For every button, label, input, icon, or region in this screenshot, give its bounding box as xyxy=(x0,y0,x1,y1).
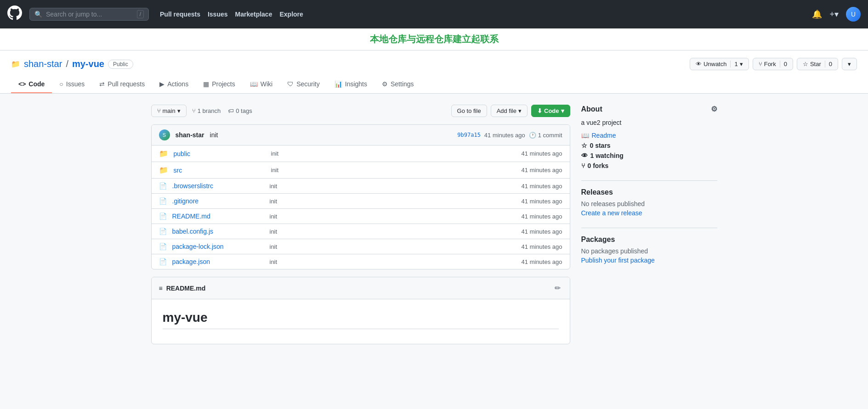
readme-content: my-vue xyxy=(152,299,570,344)
eye-icon: 👁 xyxy=(581,152,588,159)
repo-owner-link[interactable]: shan-star xyxy=(24,59,62,69)
branch-meta-icon: ⑂ xyxy=(192,107,196,114)
create-release-link[interactable]: Create a new release xyxy=(581,209,642,217)
repo-sidebar: About ⚙ a vue2 project 📖 Readme ☆ 0 star… xyxy=(581,105,717,344)
branch-name: main xyxy=(163,107,176,114)
file-icon: 📄 xyxy=(159,228,167,235)
file-name-link[interactable]: README.md xyxy=(172,213,264,220)
tab-issues[interactable]: ○ Issues xyxy=(52,76,92,93)
repo-name-link[interactable]: my-vue xyxy=(72,59,104,69)
sidebar-divider-2 xyxy=(581,228,717,228)
readme-title: README.md xyxy=(166,285,549,292)
commit-message: init xyxy=(210,131,218,139)
commit-author-avatar: S xyxy=(159,129,170,140)
file-commit: init xyxy=(270,228,516,235)
commit-header: S shan-star init 9b97a15 41 minutes ago … xyxy=(152,125,570,146)
repo-slash: / xyxy=(66,59,68,69)
main-content: ⑂ main ▾ ⑂ 1 branch 🏷 0 tags Go to file … xyxy=(140,94,728,355)
table-row: 📁 public init 41 minutes ago xyxy=(152,146,570,162)
file-time: 41 minutes ago xyxy=(522,167,562,174)
projects-icon: ▦ xyxy=(203,80,209,88)
commit-hash[interactable]: 9b97a15 xyxy=(457,132,481,138)
navbar-explore[interactable]: Explore xyxy=(279,11,303,18)
branch-count-link[interactable]: ⑂ 1 branch xyxy=(192,107,221,114)
tab-pull-requests[interactable]: ⇄ Pull requests xyxy=(92,76,152,93)
no-releases-text: No releases published xyxy=(581,200,717,207)
repo-icon: 📁 xyxy=(11,60,20,68)
publish-package-link[interactable]: Publish your first package xyxy=(581,257,655,264)
commit-author-name: shan-star xyxy=(176,131,204,139)
star-dropdown-button[interactable]: ▾ xyxy=(842,58,857,70)
tab-code[interactable]: <> Code xyxy=(11,76,52,93)
file-commit: init xyxy=(270,213,516,220)
commit-meta: 9b97a15 41 minutes ago 🕐 1 commit xyxy=(457,132,562,139)
readme-header: ≡ README.md ✏ xyxy=(152,277,570,299)
file-time: 41 minutes ago xyxy=(522,258,562,265)
tab-actions[interactable]: ▶ Actions xyxy=(152,76,196,93)
star-icon: ☆ xyxy=(581,142,587,149)
repo-visibility-badge: Public xyxy=(108,60,133,69)
navbar-links: Pull requests Issues Marketplace Explore xyxy=(160,11,303,18)
no-packages-text: No packages published xyxy=(581,247,717,255)
star-icon: ☆ xyxy=(803,61,808,67)
insights-icon: 📊 xyxy=(335,80,342,88)
tab-wiki[interactable]: 📖 Wiki xyxy=(243,76,280,93)
navbar-marketplace[interactable]: Marketplace xyxy=(235,11,272,18)
packages-section: Packages No packages published Publish y… xyxy=(581,235,717,264)
repo-main: ⑂ main ▾ ⑂ 1 branch 🏷 0 tags Go to file … xyxy=(151,105,570,344)
file-time: 41 minutes ago xyxy=(522,213,562,220)
chevron-down-icon: ▾ xyxy=(177,107,181,114)
user-avatar[interactable]: U xyxy=(846,7,861,22)
file-time: 41 minutes ago xyxy=(522,243,562,250)
search-input[interactable] xyxy=(46,11,133,18)
go-to-file-button[interactable]: Go to file xyxy=(451,105,487,117)
file-name-link[interactable]: public xyxy=(174,150,266,157)
file-name-link[interactable]: package-lock.json xyxy=(172,243,264,250)
file-name-link[interactable]: babel.config.js xyxy=(172,228,264,235)
about-section: About ⚙ a vue2 project 📖 Readme ☆ 0 star… xyxy=(581,105,717,169)
tab-projects[interactable]: ▦ Projects xyxy=(196,76,243,93)
pull-requests-icon: ⇄ xyxy=(99,80,105,88)
search-bar[interactable]: 🔍 / xyxy=(29,8,149,21)
file-icon: 📄 xyxy=(159,182,167,190)
about-title: About ⚙ xyxy=(581,105,717,113)
chevron-down-icon: ▾ xyxy=(561,107,564,114)
tab-security[interactable]: 🛡 Security xyxy=(280,76,327,93)
watch-count: 1 xyxy=(730,61,738,67)
table-row: 📄 package-lock.json init 41 minutes ago xyxy=(152,239,570,254)
file-commit: init xyxy=(271,150,516,157)
banner-text: 本地仓库与远程仓库建立起联系 xyxy=(370,34,499,44)
tab-insights[interactable]: 📊 Insights xyxy=(327,76,374,93)
tab-settings[interactable]: ⚙ Settings xyxy=(374,76,421,93)
tag-count-link[interactable]: 🏷 0 tags xyxy=(228,107,252,114)
notifications-icon[interactable]: 🔔 xyxy=(812,9,822,19)
branch-selector[interactable]: ⑂ main ▾ xyxy=(151,105,187,117)
file-name-link[interactable]: src xyxy=(174,167,266,174)
star-button[interactable]: ☆ Star 0 xyxy=(797,58,838,70)
about-settings-icon[interactable]: ⚙ xyxy=(711,105,717,113)
star-count: 0 xyxy=(825,61,832,67)
readme-link[interactable]: 📖 Readme xyxy=(581,132,717,139)
list-icon: ≡ xyxy=(159,285,163,292)
readme-edit-button[interactable]: ✏ xyxy=(553,282,562,294)
search-icon: 🔍 xyxy=(34,11,42,18)
watch-button[interactable]: 👁 Unwatch 1 ▾ xyxy=(690,58,749,70)
add-file-button[interactable]: Add file ▾ xyxy=(491,105,528,117)
stars-stat: ☆ 0 stars xyxy=(581,142,717,149)
fork-button[interactable]: ⑂ Fork 0 xyxy=(753,58,793,70)
navbar-issues[interactable]: Issues xyxy=(208,11,228,18)
branch-right: Go to file Add file ▾ ⬇ Code ▾ xyxy=(451,105,570,117)
file-name-link[interactable]: package.json xyxy=(172,258,264,265)
file-name-link[interactable]: .gitignore xyxy=(172,197,264,205)
file-name-link[interactable]: .browserslistrc xyxy=(172,182,264,190)
file-time: 41 minutes ago xyxy=(522,228,562,235)
file-commit: init xyxy=(270,258,516,265)
create-new-icon[interactable]: +▾ xyxy=(829,9,839,19)
folder-icon: 📁 xyxy=(159,149,168,158)
code-button[interactable]: ⬇ Code ▾ xyxy=(531,105,570,117)
commit-count-link[interactable]: 🕐 1 commit xyxy=(529,132,562,139)
github-logo[interactable] xyxy=(7,6,22,23)
branch-icon: ⑂ xyxy=(157,107,161,114)
wiki-icon: 📖 xyxy=(250,80,258,88)
navbar-pull-requests[interactable]: Pull requests xyxy=(160,11,200,18)
